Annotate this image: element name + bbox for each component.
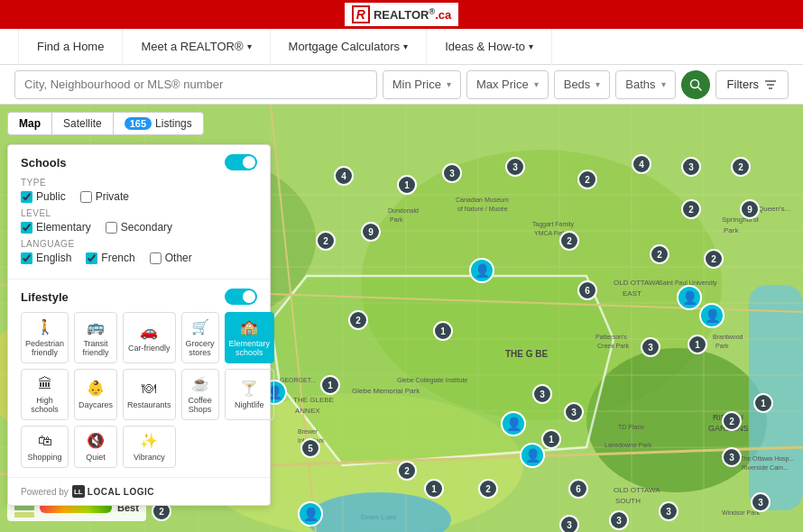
lifestyle-item-transit-friendly[interactable]: 🚌Transit friendly: [74, 312, 117, 363]
schools-section: Schools TYPE Public Private LEVEL: [8, 145, 270, 280]
lifestyle-item-coffee-shops[interactable]: ☕Coffee Shops: [181, 369, 219, 420]
map-pin[interactable]: 5: [300, 438, 320, 458]
lifestyle-item-vibrancy[interactable]: ✨Vibrancy: [123, 426, 176, 468]
map-pin[interactable]: 2: [577, 170, 597, 189]
public-checkbox-input[interactable]: [21, 191, 32, 203]
map-pin[interactable]: 3: [564, 402, 584, 422]
map-pin[interactable]: 3: [609, 510, 629, 530]
map-pin-person[interactable]: 👤: [501, 411, 526, 436]
lifestyle-item-car-friendly[interactable]: 🚗Car-friendly: [123, 312, 176, 363]
map-pin-person[interactable]: 👤: [677, 285, 702, 310]
nav-find-home[interactable]: Find a Home: [18, 29, 123, 65]
map-pin[interactable]: 6: [577, 280, 597, 300]
type-group: TYPE Public Private: [21, 178, 257, 203]
tab-map[interactable]: Map: [7, 112, 52, 135]
svg-text:Lansdowne Park: Lansdowne Park: [605, 442, 652, 448]
search-button[interactable]: [681, 70, 710, 99]
logo-name: REALTOR®.ca: [374, 7, 451, 22]
type-checkboxes: Public Private: [21, 190, 257, 203]
lifestyle-item-shopping[interactable]: 🛍Shopping: [21, 426, 69, 468]
beds-dropdown[interactable]: Beds▾: [554, 70, 611, 99]
secondary-checkbox-input[interactable]: [106, 222, 117, 234]
tab-listings[interactable]: 165 Listings: [113, 112, 204, 135]
map-pin[interactable]: 2: [704, 249, 724, 269]
map-pin[interactable]: 2: [650, 244, 669, 264]
lifestyle-item-grocery-stores[interactable]: 🛒Grocery stores: [181, 312, 219, 363]
map-pin[interactable]: 2: [722, 411, 742, 431]
map-pin[interactable]: 4: [334, 166, 354, 186]
map-pin[interactable]: 1: [397, 175, 417, 195]
map-pin[interactable]: 1: [541, 429, 561, 449]
lifestyle-item-pedestrian-friendly[interactable]: 🚶Pedestrian friendly: [21, 312, 69, 363]
french-checkbox-input[interactable]: [86, 252, 97, 264]
elementary-checkbox[interactable]: Elementary: [21, 221, 91, 234]
map-pin[interactable]: 1: [320, 375, 340, 395]
logo[interactable]: R REALTOR®.ca: [345, 3, 458, 26]
private-checkbox-input[interactable]: [80, 191, 92, 203]
lifestyle-item-daycares[interactable]: 👶Daycares: [74, 369, 117, 420]
secondary-checkbox[interactable]: Secondary: [106, 221, 172, 234]
map-pin-person[interactable]: 👤: [469, 258, 494, 283]
map-pin[interactable]: 1: [753, 393, 773, 413]
map-pin[interactable]: 1: [424, 479, 444, 499]
map-pin[interactable]: 9: [361, 222, 381, 242]
filters-button[interactable]: Filters: [715, 70, 789, 99]
nav-mortgage[interactable]: Mortgage Calculators▾: [271, 29, 428, 65]
svg-text:Brantwood: Brantwood: [713, 334, 743, 340]
ll-icon: LL: [72, 485, 85, 498]
map-pin[interactable]: 3: [559, 515, 579, 532]
lifestyle-toggle[interactable]: [225, 289, 257, 305]
map-pin[interactable]: 2: [397, 461, 417, 481]
lifestyle-item-nightlife[interactable]: 🍸Nightlife: [225, 369, 275, 420]
map-pin[interactable]: 3: [505, 157, 525, 177]
lifestyle-item-restaurants[interactable]: 🍽Restaurants: [123, 369, 176, 420]
map-pin[interactable]: 3: [681, 157, 701, 177]
svg-text:Dows Lake: Dows Lake: [361, 513, 397, 521]
map-pin[interactable]: 2: [731, 157, 751, 177]
map-pin[interactable]: 3: [751, 492, 771, 512]
map-pin[interactable]: 2: [348, 310, 368, 330]
map-pin[interactable]: 2: [478, 479, 498, 499]
nav-meet-realtor[interactable]: Meet a REALTOR®▾: [123, 29, 270, 65]
map-pin[interactable]: 3: [442, 163, 462, 183]
map-pin[interactable]: 1: [688, 335, 707, 354]
public-checkbox[interactable]: Public: [21, 190, 66, 203]
map-pin[interactable]: 2: [559, 231, 579, 251]
baths-dropdown[interactable]: Baths▾: [615, 70, 675, 99]
french-checkbox[interactable]: French: [86, 252, 134, 264]
level-group: LEVEL Elementary Secondary: [21, 208, 257, 234]
lifestyle-item-high-schools[interactable]: 🏛High schools: [21, 369, 69, 420]
svg-text:ANNEX: ANNEX: [295, 407, 320, 415]
other-checkbox-input[interactable]: [150, 252, 162, 264]
search-input[interactable]: [14, 70, 377, 99]
map-pin[interactable]: 2: [681, 199, 701, 219]
lifestyle-grid: 🚶Pedestrian friendly🚌Transit friendly🚗Ca…: [21, 312, 257, 468]
language-label: LANGUAGE: [21, 239, 257, 249]
map-container[interactable]: CHINATOWN Glebe Memorial Park THE G BE O…: [0, 105, 803, 532]
map-pin[interactable]: 3: [532, 384, 552, 404]
schools-title: Schools: [21, 154, 257, 170]
map-pin[interactable]: 9: [740, 199, 760, 219]
max-price-dropdown[interactable]: Max Price▾: [466, 70, 549, 99]
map-pin[interactable]: 1: [433, 321, 453, 341]
map-pin-person[interactable]: 👤: [298, 501, 323, 527]
map-pin[interactable]: 2: [316, 231, 336, 251]
map-pin[interactable]: 3: [641, 337, 660, 357]
map-pin[interactable]: 3: [659, 501, 678, 521]
map-pin[interactable]: 6: [568, 479, 588, 499]
tab-satellite[interactable]: Satellite: [52, 112, 113, 135]
lifestyle-item-quiet[interactable]: 🔇Quiet: [74, 426, 117, 468]
private-checkbox[interactable]: Private: [80, 190, 129, 203]
elementary-checkbox-input[interactable]: [21, 222, 32, 234]
nav-ideas[interactable]: Ideas & How-to▾: [427, 29, 552, 65]
min-price-dropdown[interactable]: Min Price▾: [383, 70, 461, 99]
schools-toggle[interactable]: [225, 154, 257, 170]
english-checkbox[interactable]: English: [21, 252, 71, 264]
map-pin[interactable]: 4: [632, 154, 651, 174]
svg-text:The Ottawa Hosp...: The Ottawa Hosp...: [740, 455, 794, 463]
lifestyle-item-elementary-schools[interactable]: 🏫Elementary schools: [225, 312, 275, 363]
map-pin-person[interactable]: 👤: [699, 303, 725, 328]
english-checkbox-input[interactable]: [21, 252, 32, 264]
other-checkbox[interactable]: Other: [150, 252, 192, 264]
map-pin[interactable]: 3: [722, 447, 742, 467]
